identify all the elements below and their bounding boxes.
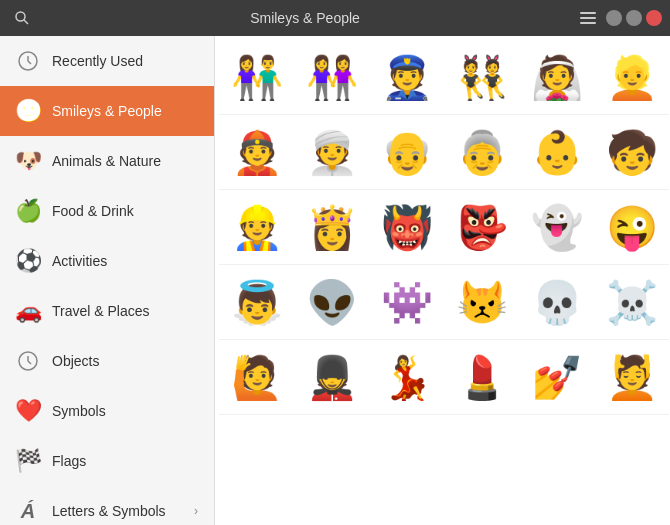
sidebar-item-activities[interactable]: ⚽ Activities [0, 236, 214, 286]
activities-label: Activities [52, 253, 107, 269]
food-drink-label: Food & Drink [52, 203, 134, 219]
minimize-button[interactable] [606, 10, 622, 26]
chevron-right-icon: › [194, 504, 198, 518]
symbols-label: Symbols [52, 403, 106, 419]
sidebar-item-travel-places[interactable]: 🚗 Travel & Places [0, 286, 214, 336]
emoji-area: 👫 👭 👮 👯 👰 👱 👲 👳 👴 👵 👶 🧒 👷 👸 👹 👺 👻 [215, 36, 670, 525]
animals-nature-label: Animals & Nature [52, 153, 161, 169]
emoji-cell[interactable]: 😾 [444, 265, 519, 340]
symbols-icon: ❤️ [16, 399, 40, 423]
smileys-people-icon: 🙂 [16, 99, 40, 123]
sidebar-item-animals-nature[interactable]: 🐶 Animals & Nature [0, 136, 214, 186]
emoji-cell[interactable]: 👮 [369, 40, 444, 115]
emoji-grid: 👫 👭 👮 👯 👰 👱 👲 👳 👴 👵 👶 🧒 👷 👸 👹 👺 👻 [219, 40, 666, 415]
svg-rect-2 [580, 12, 596, 14]
recently-used-label: Recently Used [52, 53, 143, 69]
sidebar-item-letters-symbols[interactable]: Á Letters & Symbols › [0, 486, 214, 525]
emoji-cell[interactable]: 👳 [294, 115, 369, 190]
emoji-cell[interactable]: 💃 [369, 340, 444, 415]
emoji-cell[interactable]: 👷 [219, 190, 294, 265]
search-button[interactable] [8, 4, 36, 32]
objects-label: Objects [52, 353, 99, 369]
emoji-cell[interactable]: 👸 [294, 190, 369, 265]
emoji-cell[interactable]: ☠️ [594, 265, 669, 340]
recently-used-icon [16, 49, 40, 73]
emoji-cell[interactable]: 👭 [294, 40, 369, 115]
flags-label: Flags [52, 453, 86, 469]
emoji-cell[interactable]: 👫 [219, 40, 294, 115]
letters-symbols-icon: Á [16, 499, 40, 523]
window-title: Smileys & People [36, 10, 574, 26]
animals-nature-icon: 🐶 [16, 149, 40, 173]
emoji-cell[interactable]: 👲 [219, 115, 294, 190]
maximize-button[interactable] [626, 10, 642, 26]
emoji-cell[interactable]: 🧒 [594, 115, 669, 190]
titlebar: Smileys & People [0, 0, 670, 36]
sidebar: Recently Used 🙂 Smileys & People 🐶 Anima… [0, 36, 215, 525]
sidebar-item-smileys-people[interactable]: 🙂 Smileys & People [0, 86, 214, 136]
emoji-cell[interactable]: 👰 [519, 40, 594, 115]
emoji-cell[interactable]: 👻 [519, 190, 594, 265]
emoji-cell[interactable]: 👾 [369, 265, 444, 340]
svg-rect-4 [580, 22, 596, 24]
svg-rect-3 [580, 17, 596, 19]
travel-places-icon: 🚗 [16, 299, 40, 323]
emoji-cell[interactable]: 💄 [444, 340, 519, 415]
sidebar-item-recently-used[interactable]: Recently Used [0, 36, 214, 86]
flags-icon: 🏁 [16, 449, 40, 473]
travel-places-label: Travel & Places [52, 303, 150, 319]
emoji-cell[interactable]: 👽 [294, 265, 369, 340]
food-drink-icon: 🍏 [16, 199, 40, 223]
sidebar-item-symbols[interactable]: ❤️ Symbols [0, 386, 214, 436]
emoji-cell[interactable]: 👶 [519, 115, 594, 190]
emoji-cell[interactable]: 💂 [294, 340, 369, 415]
letters-left: Á Letters & Symbols [16, 499, 166, 523]
sidebar-item-food-drink[interactable]: 🍏 Food & Drink [0, 186, 214, 236]
emoji-cell[interactable]: 👱 [594, 40, 669, 115]
window-controls [574, 4, 662, 32]
emoji-cell[interactable]: 💀 [519, 265, 594, 340]
emoji-cell[interactable]: 👼 [219, 265, 294, 340]
emoji-cell[interactable]: 👹 [369, 190, 444, 265]
emoji-cell[interactable]: 🙋 [219, 340, 294, 415]
close-button[interactable] [646, 10, 662, 26]
emoji-cell[interactable]: 👺 [444, 190, 519, 265]
menu-button[interactable] [574, 4, 602, 32]
titlebar-left [8, 4, 36, 32]
emoji-cell[interactable]: 💆 [594, 340, 669, 415]
emoji-cell[interactable]: 😜 [594, 190, 669, 265]
svg-point-0 [16, 12, 25, 21]
smileys-people-label: Smileys & People [52, 103, 162, 119]
emoji-cell[interactable]: 👵 [444, 115, 519, 190]
main-content: Recently Used 🙂 Smileys & People 🐶 Anima… [0, 36, 670, 525]
activities-icon: ⚽ [16, 249, 40, 273]
letters-symbols-label: Letters & Symbols [52, 503, 166, 519]
objects-icon [16, 349, 40, 373]
app-window: Smileys & People [0, 0, 670, 525]
sidebar-item-objects[interactable]: Objects [0, 336, 214, 386]
emoji-cell[interactable]: 💅 [519, 340, 594, 415]
emoji-cell[interactable]: 👯 [444, 40, 519, 115]
emoji-cell[interactable]: 👴 [369, 115, 444, 190]
svg-line-1 [24, 20, 28, 24]
sidebar-item-flags[interactable]: 🏁 Flags [0, 436, 214, 486]
